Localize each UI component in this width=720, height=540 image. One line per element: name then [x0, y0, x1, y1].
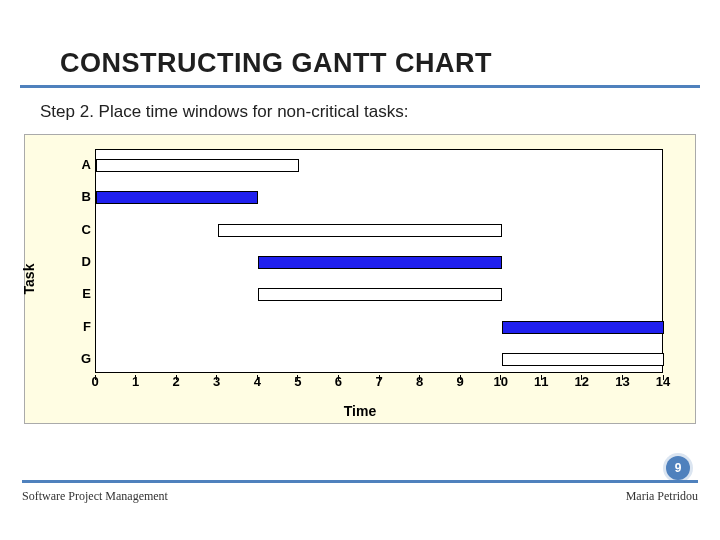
task-label: B [73, 189, 91, 204]
gantt-bar-critical [258, 256, 501, 269]
gantt-bar-window [218, 224, 502, 237]
task-label: F [73, 319, 91, 334]
x-axis-label: Time [344, 403, 376, 419]
footer-right: Maria Petridou [626, 489, 698, 504]
gantt-bar-critical [96, 191, 258, 204]
subtitle: Step 2. Place time windows for non-criti… [0, 88, 720, 132]
slide-frame: CONSTRUCTING GANTT CHART Step 2. Place t… [0, 0, 720, 540]
task-label: A [73, 157, 91, 172]
task-label: D [73, 254, 91, 269]
task-label: G [73, 351, 91, 366]
y-axis-label: Task [21, 264, 37, 295]
gantt-bar-window [96, 159, 299, 172]
gantt-chart: Task Time ABCDEFG01234567891011121314 [24, 134, 696, 424]
footer: Software Project Management Maria Petrid… [22, 480, 698, 504]
footer-left: Software Project Management [22, 489, 168, 504]
slide-number-badge: 9 [666, 456, 690, 480]
plot-area [95, 149, 663, 373]
task-label: E [73, 286, 91, 301]
task-label: C [73, 222, 91, 237]
gantt-bar-window [258, 288, 501, 301]
gantt-bar-critical [502, 321, 664, 334]
page-title: CONSTRUCTING GANTT CHART [20, 28, 700, 88]
gantt-bar-window [502, 353, 664, 366]
